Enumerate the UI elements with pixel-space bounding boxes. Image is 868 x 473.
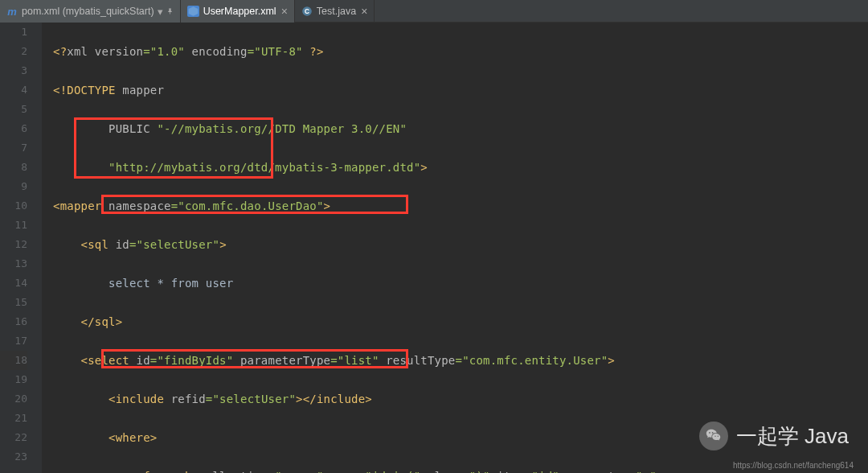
chevron-down-icon[interactable]: ▾	[158, 6, 163, 18]
line-number: 22	[0, 428, 27, 447]
line-number: 19	[0, 370, 27, 389]
tab-test[interactable]: C Test.java ×	[295, 0, 375, 23]
code-content[interactable]: <?xml version="1.0" encoding="UTF-8" ?> …	[42, 23, 868, 473]
code-line[interactable]: </sql>	[42, 312, 868, 331]
editor-tabs: m pom.xml (mybatis_quickStart) ▾ UserMap…	[0, 0, 868, 23]
watermark: 一起学 Java	[699, 422, 849, 450]
code-line[interactable]: PUBLIC "-//mybatis.org//DTD Mapper 3.0//…	[42, 119, 868, 138]
svg-text:C: C	[305, 8, 309, 15]
xml-file-icon	[187, 6, 199, 17]
line-number: 3	[0, 61, 27, 80]
code-line[interactable]: select * from user	[42, 274, 868, 293]
code-line[interactable]: <select id="findByIds" parameterType="li…	[42, 351, 868, 370]
line-number: 14	[0, 274, 27, 293]
line-number: 1	[0, 23, 27, 42]
line-number: 7	[0, 138, 27, 158]
tab-pom[interactable]: m pom.xml (mybatis_quickStart) ▾	[0, 0, 181, 23]
line-number: 17	[0, 331, 27, 351]
tab-label: pom.xml (mybatis_quickStart)	[22, 6, 154, 17]
tab-usermapper[interactable]: UserMapper.xml ×	[181, 0, 295, 23]
line-gutter: 1 2 3 4 5 6 7 8 9 10 11 12 13 14 15 16 1…	[0, 23, 42, 473]
line-number: 23	[0, 447, 27, 467]
code-line[interactable]: "http://mybatis.org/dtd/mybatis-3-mapper…	[42, 158, 868, 177]
line-number: 21	[0, 409, 27, 428]
line-number: 8	[0, 158, 27, 177]
source-link: https://blog.csdn.net/fancheng614	[733, 461, 854, 470]
java-class-icon: C	[301, 6, 313, 17]
code-line[interactable]: <!DOCTYPE mapper	[42, 80, 868, 100]
code-line[interactable]: <sql id="selectUser">	[42, 235, 868, 254]
line-number: 9	[0, 177, 27, 196]
line-number: 5	[0, 100, 27, 119]
tab-label: Test.java	[317, 6, 356, 17]
line-number: 12	[0, 235, 27, 254]
tab-label: UserMapper.xml	[203, 6, 276, 17]
line-number: 18	[0, 351, 27, 370]
line-number: 20	[0, 389, 27, 409]
line-number: 13	[0, 254, 27, 274]
line-number: 2	[0, 42, 27, 61]
line-number: 11	[0, 216, 27, 235]
close-icon[interactable]: ×	[281, 6, 288, 17]
line-number: 4	[0, 80, 27, 100]
wechat-icon	[699, 422, 728, 450]
code-editor: 1 2 3 4 5 6 7 8 9 10 11 12 13 14 15 16 1…	[0, 23, 868, 473]
close-icon[interactable]: ×	[361, 6, 367, 17]
maven-icon: m	[6, 6, 18, 17]
line-number: 16	[0, 312, 27, 331]
line-number: 15	[0, 293, 27, 312]
code-line[interactable]: <mapper namespace="com.mfc.dao.UserDao">	[42, 196, 868, 216]
watermark-text: 一起学 Java	[736, 422, 849, 450]
code-line[interactable]: <?xml version="1.0" encoding="UTF-8" ?>	[42, 42, 868, 61]
line-number: 6	[0, 119, 27, 138]
line-number: 10	[0, 196, 27, 216]
pin-icon[interactable]	[166, 6, 174, 17]
code-line[interactable]: <include refid="selectUser"></include>	[42, 389, 868, 409]
